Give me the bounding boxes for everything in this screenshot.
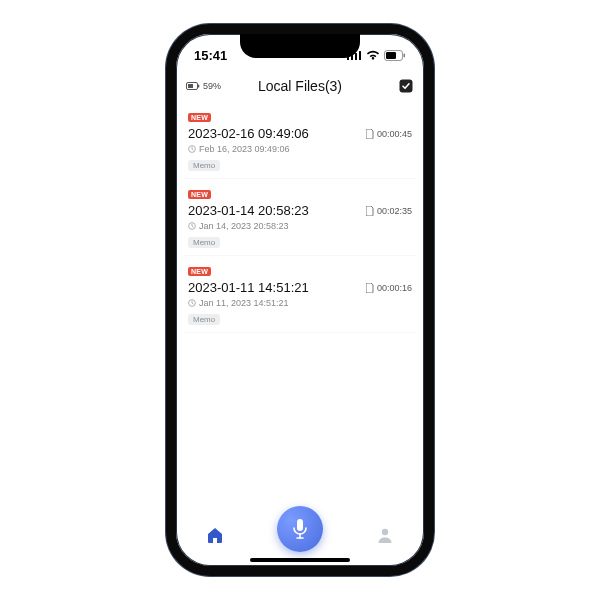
file-title: 2023-01-11 14:51:21 — [188, 280, 309, 295]
file-date: Jan 11, 2023 14:51:21 — [199, 298, 289, 308]
clock-icon — [188, 145, 196, 153]
file-list[interactable]: NEW 2023-02-16 09:49:06 00:00:45 Feb 16,… — [176, 102, 424, 510]
microphone-icon — [291, 518, 309, 540]
wifi-icon — [366, 50, 380, 60]
select-button[interactable] — [398, 78, 414, 94]
svg-rect-5 — [386, 52, 396, 59]
svg-rect-6 — [404, 53, 406, 57]
svg-rect-14 — [297, 519, 303, 531]
file-duration: 00:00:16 — [377, 283, 412, 293]
profile-button[interactable] — [368, 518, 402, 552]
memo-chip[interactable]: Memo — [188, 160, 220, 171]
battery-small-icon — [186, 82, 200, 90]
svg-rect-3 — [359, 51, 361, 60]
page-title: Local Files(3) — [258, 78, 342, 94]
file-date: Feb 16, 2023 09:49:06 — [199, 144, 290, 154]
phone-frame: 15:41 59% Local Files(3) — [166, 24, 434, 576]
memo-chip[interactable]: Memo — [188, 314, 220, 325]
file-date: Jan 14, 2023 20:58:23 — [199, 221, 289, 231]
new-badge: NEW — [188, 267, 211, 276]
home-icon — [205, 525, 225, 545]
svg-point-17 — [381, 529, 387, 535]
status-time: 15:41 — [194, 48, 227, 63]
profile-icon — [375, 525, 395, 545]
memo-chip[interactable]: Memo — [188, 237, 220, 248]
file-title: 2023-01-14 20:58:23 — [188, 203, 309, 218]
document-icon — [366, 129, 374, 139]
home-indicator[interactable] — [250, 558, 350, 562]
file-duration: 00:00:45 — [377, 129, 412, 139]
file-item[interactable]: NEW 2023-01-14 20:58:23 00:02:35 Jan 14,… — [184, 179, 416, 256]
file-duration: 00:02:35 — [377, 206, 412, 216]
record-button[interactable] — [277, 506, 323, 552]
file-title: 2023-02-16 09:49:06 — [188, 126, 309, 141]
notch — [240, 34, 360, 58]
svg-rect-8 — [188, 84, 193, 88]
file-item[interactable]: NEW 2023-02-16 09:49:06 00:00:45 Feb 16,… — [184, 102, 416, 179]
new-badge: NEW — [188, 113, 211, 122]
document-icon — [366, 283, 374, 293]
new-badge: NEW — [188, 190, 211, 199]
clock-icon — [188, 222, 196, 230]
svg-rect-2 — [355, 53, 357, 60]
clock-icon — [188, 299, 196, 307]
svg-rect-9 — [198, 85, 199, 88]
home-button[interactable] — [198, 518, 232, 552]
battery-icon — [384, 50, 406, 61]
battery-percent: 59% — [203, 81, 221, 91]
page-header: 59% Local Files(3) — [176, 70, 424, 102]
file-item[interactable]: NEW 2023-01-11 14:51:21 00:00:16 Jan 11,… — [184, 256, 416, 333]
document-icon — [366, 206, 374, 216]
